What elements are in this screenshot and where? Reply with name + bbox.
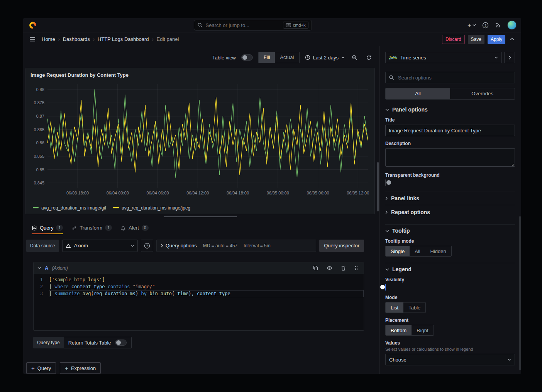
breadcrumb-dashboards[interactable]: Dashboards [63, 36, 90, 42]
add-expression-button[interactable]: + Expression [60, 362, 101, 374]
legend-item[interactable]: avg_req_duration_ms image/jpeg [113, 205, 190, 211]
svg-text:06/04 18:00: 06/04 18:00 [227, 191, 249, 195]
svg-text:?: ? [484, 24, 486, 27]
tab-transform[interactable]: Transform 1 [71, 222, 112, 234]
clock-icon [305, 55, 310, 60]
table-view-toggle[interactable] [241, 54, 253, 61]
values-description: Select values or calculations to show in… [385, 347, 515, 351]
legend-visibility-toggle[interactable] [385, 284, 386, 291]
description-field[interactable] [385, 148, 515, 167]
code-line: 2| where content_type contains "image/" [34, 283, 364, 290]
legend-placement-group: Bottom Right [385, 325, 434, 336]
tooltip-mode-group: Single All Hidden [385, 246, 452, 257]
query-code-editor[interactable]: 1['sample-http-logs']2| where content_ty… [34, 274, 364, 331]
save-button[interactable]: Save [468, 35, 484, 44]
tab-transform-label: Transform [80, 225, 102, 231]
query-inspector-button[interactable]: Query inspector [319, 240, 364, 252]
repeat-options-section[interactable]: Repeat options [385, 205, 515, 219]
time-series-viz-icon [389, 55, 397, 60]
datasource-help-button[interactable]: ? [141, 240, 153, 252]
collapse-options-button[interactable] [504, 52, 515, 63]
tooltip-mode-single[interactable]: Single [386, 246, 410, 256]
zoom-out-icon [352, 55, 357, 61]
breadcrumb-edit-panel: Edit panel [157, 36, 179, 42]
new-button[interactable]: + [467, 22, 476, 29]
chevron-down-icon [385, 230, 389, 232]
user-avatar[interactable] [507, 20, 517, 30]
visualization-picker[interactable]: Time series [385, 52, 502, 63]
placement-bottom[interactable]: Bottom [386, 325, 412, 335]
time-range-label: Last 2 days [313, 55, 339, 61]
zoom-out-button[interactable] [350, 53, 359, 62]
delete-query-button[interactable] [339, 264, 347, 272]
refresh-button[interactable] [364, 53, 373, 62]
options-scrollbar-thumb[interactable] [519, 216, 521, 370]
svg-text:0.865: 0.865 [34, 127, 44, 132]
transparent-background-toggle[interactable] [385, 179, 386, 186]
query-ref-hint: (Axiom) [52, 265, 68, 271]
chart-panel: Image Request Duration by Content Type 0… [25, 68, 375, 214]
panel-options-header[interactable]: Panel options [385, 106, 515, 113]
legend-label-gif: avg_req_duration_ms image/gif [41, 205, 106, 211]
collapse-top-button[interactable] [508, 36, 516, 42]
plus-icon: + [65, 365, 68, 371]
grafana-logo[interactable] [28, 20, 38, 30]
tab-overrides[interactable]: Overrides [450, 88, 515, 99]
values-label: Values [385, 340, 515, 346]
chevron-down-icon [385, 268, 389, 271]
chevron-down-icon[interactable] [37, 267, 41, 269]
actual-option[interactable]: Actual [275, 52, 299, 63]
panel-options-title: Panel options [392, 106, 428, 113]
breadcrumb: Home › Dashboards › HTTP Logs Dashboard … [42, 36, 179, 42]
hide-query-button[interactable] [325, 264, 334, 272]
grafana-logo-icon [29, 21, 37, 29]
time-range-picker[interactable]: Last 2 days [305, 55, 345, 61]
search-input[interactable]: Search or jump to... cmd+k [194, 20, 312, 30]
panel-title-input[interactable] [385, 125, 515, 136]
help-button[interactable]: ? [482, 22, 489, 29]
drag-query-handle[interactable] [353, 264, 360, 272]
time-series-chart[interactable]: 0.8450.850.8550.860.8650.870.8750.8806/0… [30, 80, 371, 204]
chevron-down-icon [131, 245, 134, 247]
options-search-input[interactable] [397, 74, 512, 81]
chevron-right-icon [161, 244, 163, 248]
legend-mode-list[interactable]: List [386, 302, 403, 313]
tab-alert[interactable]: Alert 0 [120, 222, 149, 234]
legend-mode-group: List Table [385, 302, 426, 313]
apply-button[interactable]: Apply [488, 35, 505, 44]
legend-mode-table[interactable]: Table [403, 302, 425, 313]
tab-query[interactable]: Query 1 [32, 222, 63, 234]
options-search[interactable] [385, 72, 515, 83]
tooltip-section-header[interactable]: Tooltip [385, 228, 515, 234]
panel-links-section[interactable]: Panel links [385, 191, 515, 205]
options-tabs: All Overrides [385, 88, 515, 100]
legend-item[interactable]: avg_req_duration_ms image/gif [33, 205, 106, 211]
search-placeholder: Search or jump to... [206, 22, 280, 28]
breadcrumb-dashboard-name[interactable]: HTTP Logs Dashboard [98, 36, 149, 42]
query-options-label: Query options [166, 243, 197, 248]
legend-values-select[interactable]: Choose [385, 354, 515, 365]
datasource-picker[interactable]: Axiom [62, 240, 138, 252]
fill-option[interactable]: Fill [259, 52, 275, 63]
breadcrumb-home[interactable]: Home [42, 36, 55, 42]
query-options-toggle[interactable]: Query options [161, 243, 197, 248]
tooltip-mode-hidden[interactable]: Hidden [425, 246, 451, 256]
tooltip-mode-all[interactable]: All [410, 246, 425, 256]
svg-text:06/05 12:00: 06/05 12:00 [347, 191, 369, 195]
add-query-button[interactable]: + Query [26, 362, 56, 374]
svg-text:0.87: 0.87 [36, 114, 44, 118]
news-button[interactable] [495, 22, 501, 28]
menu-button[interactable] [29, 36, 36, 43]
query-ref-id[interactable]: A [45, 265, 48, 271]
chevron-down-icon [508, 358, 511, 361]
discard-button[interactable]: Discard [442, 35, 465, 44]
vertical-scrollbar-thumb[interactable] [377, 162, 379, 211]
add-query-label: Query [37, 365, 51, 371]
legend-section-header[interactable]: Legend [385, 266, 515, 272]
svg-text:?: ? [146, 244, 148, 248]
duplicate-query-button[interactable] [312, 264, 320, 272]
tab-all[interactable]: All [386, 88, 450, 99]
return-totals-toggle[interactable] [115, 340, 127, 346]
placement-right[interactable]: Right [412, 325, 433, 335]
horizontal-scrollbar-thumb[interactable] [164, 216, 237, 217]
